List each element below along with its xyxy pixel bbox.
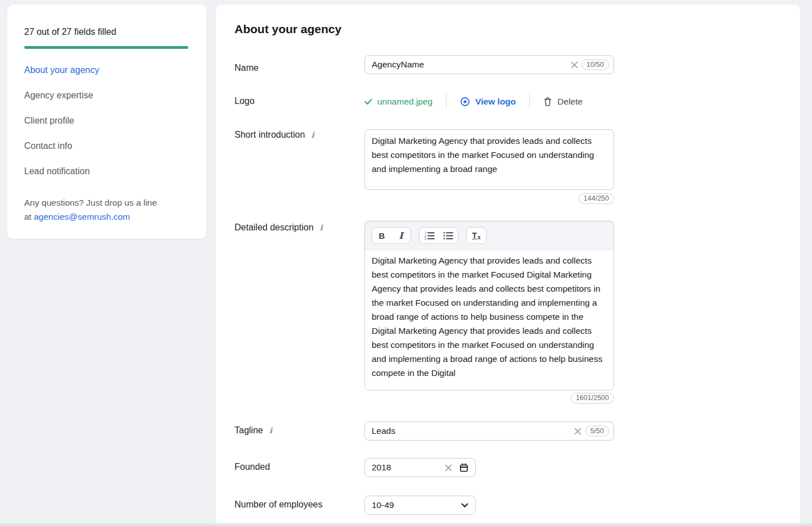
info-icon[interactable]: i bbox=[319, 224, 324, 232]
short-introduction-textarea[interactable]: Digital Marketing Agency that provides l… bbox=[365, 130, 613, 189]
clear-formatting-x: x bbox=[477, 234, 481, 241]
svg-text:3: 3 bbox=[425, 237, 426, 240]
name-clear-icon[interactable] bbox=[570, 60, 579, 69]
page-title: About your agency bbox=[234, 22, 341, 36]
nav-item-contact-info[interactable]: Contact info bbox=[24, 140, 99, 152]
tagline-label-text: Tagline bbox=[234, 425, 263, 436]
tagline-field: 5/50 bbox=[364, 421, 614, 441]
trash-icon bbox=[543, 97, 552, 107]
clear-format-group: Tx bbox=[466, 227, 486, 244]
nav-item-about-your-agency[interactable]: About your agency bbox=[24, 64, 99, 76]
nav-item-lead-notification[interactable]: Lead notification bbox=[24, 165, 99, 177]
nav-item-client-profile[interactable]: Client profile bbox=[24, 115, 99, 126]
calendar-icon[interactable] bbox=[459, 462, 469, 473]
logo-label-text: Logo bbox=[234, 96, 255, 106]
format-group: B I bbox=[372, 227, 411, 244]
questions-text-at: at bbox=[24, 212, 34, 221]
info-icon[interactable]: i bbox=[268, 427, 273, 434]
window-bottom-edge bbox=[0, 523, 812, 526]
founded-clear-icon[interactable] bbox=[444, 463, 453, 472]
employees-selected-value: 10-49 bbox=[372, 500, 394, 510]
logo-file: unnamed.jpeg bbox=[364, 97, 432, 107]
delete-logo-button[interactable]: Delete bbox=[543, 97, 583, 107]
short-introduction-char-counter: 144/250 bbox=[579, 193, 614, 204]
progress-bar-fill bbox=[24, 46, 188, 49]
delete-logo-label: Delete bbox=[557, 97, 583, 107]
about-your-agency-panel: About your agency Name 10/50 Logo unname… bbox=[216, 4, 800, 523]
short-introduction-field: Digital Marketing Agency that provides l… bbox=[364, 129, 614, 190]
support-email-link[interactable]: agencies@semrush.com bbox=[34, 212, 130, 221]
short-introduction-label: Short introduction i bbox=[234, 130, 315, 140]
detailed-description-label-text: Detailed description bbox=[234, 223, 314, 233]
questions-text-line1: Any questions? Just drop us a line bbox=[24, 198, 157, 207]
name-field: 10/50 bbox=[364, 55, 614, 74]
logo-filename: unnamed.jpeg bbox=[377, 97, 432, 107]
section-nav: About your agency Agency expertise Clien… bbox=[24, 64, 99, 177]
divider bbox=[529, 94, 530, 110]
progress-bar bbox=[24, 46, 188, 49]
view-logo-label: View logo bbox=[475, 97, 516, 107]
detailed-description-label: Detailed description i bbox=[234, 223, 324, 233]
bullet-list-button[interactable] bbox=[439, 228, 458, 243]
italic-button[interactable]: I bbox=[391, 228, 410, 243]
tagline-label: Tagline i bbox=[234, 425, 273, 436]
editor-toolbar: B I 1 2 3 bbox=[365, 221, 613, 250]
name-label: Name bbox=[234, 63, 259, 73]
name-char-counter: 10/50 bbox=[581, 60, 609, 70]
logo-row: unnamed.jpeg View logo Delete bbox=[364, 93, 583, 110]
employees-select[interactable]: 10-49 bbox=[364, 496, 476, 515]
view-logo-button[interactable]: View logo bbox=[460, 97, 516, 107]
fields-filled-label: 27 out of 27 fields filled bbox=[24, 27, 116, 37]
name-label-text: Name bbox=[234, 63, 259, 73]
progress-sidebar: 27 out of 27 fields filled About your ag… bbox=[7, 4, 206, 239]
questions-note: Any questions? Just drop us a line at ag… bbox=[24, 196, 193, 224]
founded-label-text: Founded bbox=[234, 462, 270, 472]
nav-item-agency-expertise[interactable]: Agency expertise bbox=[24, 89, 99, 101]
rich-text-editor: B I 1 2 3 bbox=[364, 221, 614, 391]
short-introduction-label-text: Short introduction bbox=[234, 130, 305, 140]
tagline-clear-icon[interactable] bbox=[573, 427, 582, 436]
detailed-description-editor-content[interactable]: Digital Marketing Agency that provides l… bbox=[365, 250, 613, 391]
founded-field bbox=[364, 458, 476, 477]
info-icon[interactable]: i bbox=[310, 131, 315, 139]
bold-button[interactable]: B bbox=[372, 228, 391, 243]
eye-icon bbox=[460, 97, 470, 107]
detailed-description-char-counter: 1601/2500 bbox=[571, 393, 614, 403]
list-group: 1 2 3 bbox=[419, 227, 458, 244]
check-icon bbox=[364, 98, 372, 105]
clear-formatting-button[interactable]: Tx bbox=[467, 228, 486, 243]
clear-formatting-t: T bbox=[472, 231, 477, 240]
divider bbox=[446, 94, 446, 110]
employees-label-text: Number of employees bbox=[234, 500, 323, 510]
founded-label: Founded bbox=[234, 462, 270, 472]
chevron-down-icon bbox=[461, 503, 468, 508]
logo-label: Logo bbox=[234, 96, 255, 106]
employees-label: Number of employees bbox=[234, 500, 323, 510]
tagline-char-counter: 5/50 bbox=[585, 426, 609, 437]
ordered-list-button[interactable]: 1 2 3 bbox=[419, 228, 439, 243]
